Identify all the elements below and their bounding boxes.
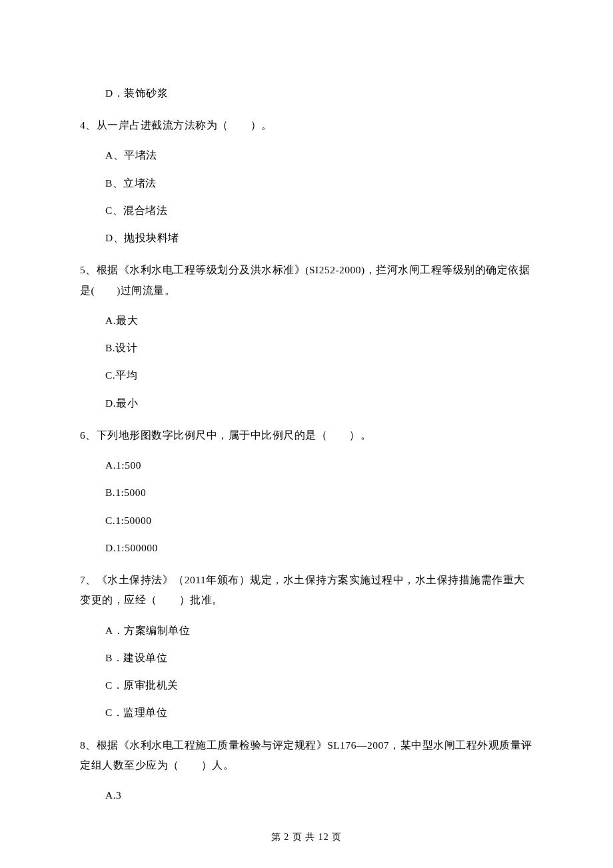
question-6-option-b: B.1:5000 [105,485,533,500]
option-d-prev: D．装饰砂浆 [105,85,533,101]
question-5-option-c: C.平均 [105,367,533,383]
question-4-option-c: C、混合堵法 [105,203,533,218]
question-7-stem: 《水土保持法》（2011年颁布）规定，水土保持方案实施过程中，水土保持措施需作重… [80,574,525,605]
question-7-number: 7、 [80,574,97,585]
question-5-option-b: B.设计 [105,340,533,355]
question-6: 6、下列地形图数字比例尺中，属于中比例尺的是（ ）。 [80,425,533,445]
page-footer: 第 2 页 共 12 页 [0,830,613,844]
question-4-number: 4、 [80,119,97,131]
question-8-stem: 根据《水利水电工程施工质量检验与评定规程》SL176—2007，某中型水闸工程外… [80,739,532,771]
question-6-option-a: A.1:500 [105,457,533,473]
question-6-option-c: C.1:50000 [105,513,533,528]
question-5-option-d: D.最小 [105,395,533,411]
question-8-number: 8、 [80,739,97,751]
question-4-option-d: D、抛投块料堵 [105,230,533,245]
question-8: 8、根据《水利水电工程施工质量检验与评定规程》SL176—2007，某中型水闸工… [80,735,533,775]
question-4-stem: 从一岸占进截流方法称为（ ）。 [97,119,273,131]
question-8-option-a: A.3 [105,787,533,803]
question-7-option-b: B．建设单位 [105,650,533,665]
question-5-option-a: A.最大 [105,313,533,328]
question-4: 4、从一岸占进截流方法称为（ ）。 [80,115,533,135]
question-5-number: 5、 [80,264,97,275]
question-6-option-d: D.1:500000 [105,540,533,555]
question-7-option-c: C．原审批机关 [105,677,533,693]
question-6-stem: 下列地形图数字比例尺中，属于中比例尺的是（ ）。 [97,429,372,441]
question-5: 5、根据《水利水电工程等级划分及洪水标准》(SI252-2000)，拦河水闸工程… [80,260,533,300]
question-6-number: 6、 [80,429,97,441]
question-7-option-d: C．监理单位 [105,705,533,720]
exam-page: { "prev_question_trailing_option": { "la… [0,0,613,868]
question-7-option-a: A．方案编制单位 [105,623,533,638]
question-7: 7、《水土保持法》（2011年颁布）规定，水土保持方案实施过程中，水土保持措施需… [80,570,533,610]
question-4-option-a: A、平堵法 [105,147,533,163]
question-4-option-b: B、立堵法 [105,175,533,191]
question-5-stem: 根据《水利水电工程等级划分及洪水标准》(SI252-2000)，拦河水闸工程等级… [80,264,530,295]
